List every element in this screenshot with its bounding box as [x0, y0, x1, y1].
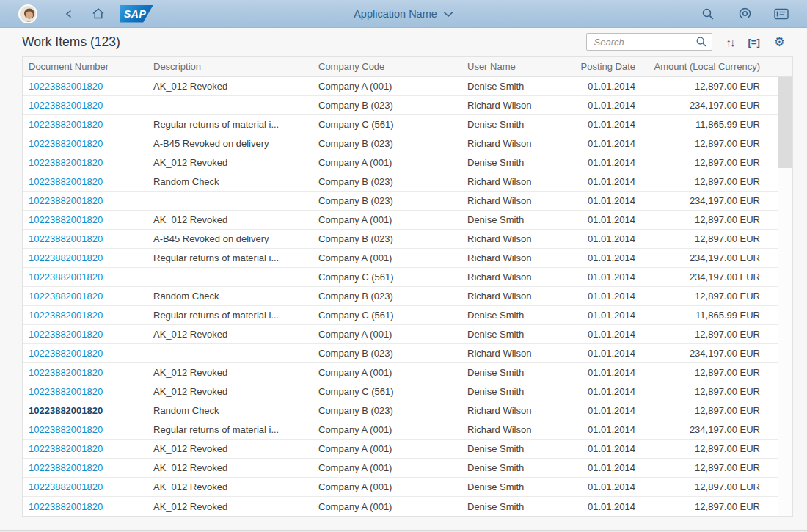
table-row: 10223882001820 Regular returns of materi…	[23, 306, 778, 325]
cell-description: A-B45 Revoked on delivery	[147, 233, 313, 244]
cell-company-code: Company A (001)	[313, 252, 461, 263]
app-title-menu[interactable]: Application Name	[354, 0, 453, 28]
cell-company-code: Company B (023)	[313, 405, 461, 416]
table-row: 10223882001820 Regular returns of materi…	[23, 249, 778, 268]
cell-user-name: Richard Wilson	[461, 252, 573, 263]
document-number-link[interactable]: 10223882001820	[29, 291, 103, 302]
search-field[interactable]	[586, 33, 712, 51]
document-number-link[interactable]: 10223882001820	[29, 329, 103, 340]
cell-description: AK_012 Revoked	[147, 462, 313, 473]
cell-user-name: Denise Smith	[461, 81, 573, 92]
back-button[interactable]	[58, 3, 80, 25]
cell-document-number: 10223882001820	[23, 214, 147, 225]
home-button[interactable]	[87, 3, 109, 25]
table-row: 10223882001820 AK_012 Revoked Company C …	[23, 382, 778, 401]
document-number-link[interactable]: 10223882001820	[29, 138, 103, 149]
document-number-link[interactable]: 10223882001820	[29, 233, 103, 244]
document-number-link[interactable]: 10223882001820	[29, 424, 103, 435]
document-number-link[interactable]: 10223882001820	[29, 310, 103, 321]
cell-amount: 234,197.00 EUR	[638, 272, 778, 283]
table-row: 10223882001820 AK_012 Revoked Company A …	[23, 153, 778, 172]
document-number-link[interactable]: 10223882001820	[29, 443, 103, 454]
table-body: 10223882001820 AK_012 Revoked Company A …	[23, 77, 778, 516]
cell-document-number: 10223882001820	[23, 424, 147, 435]
cell-company-code: Company A (001)	[313, 501, 461, 512]
cell-document-number: 10223882001820	[23, 386, 147, 397]
sap-logo-text: SAP	[124, 8, 146, 20]
cell-posting-date: 01.01.2014	[573, 157, 638, 168]
search-icon	[701, 7, 715, 21]
document-number-link[interactable]: 10223882001820	[29, 367, 103, 378]
document-number-link[interactable]: 10223882001820	[29, 405, 103, 416]
table-row: 10223882001820 AK_012 Revoked Company A …	[23, 459, 778, 478]
cell-document-number: 10223882001820	[23, 100, 147, 111]
user-avatar[interactable]	[18, 4, 37, 23]
cell-company-code: Company A (001)	[313, 462, 461, 473]
cell-posting-date: 01.01.2014	[573, 176, 638, 187]
settings-button[interactable]: ⚙	[774, 36, 785, 48]
column-header-posting-date: Posting Date	[573, 61, 638, 72]
cell-document-number: 10223882001820	[23, 195, 147, 206]
cell-description: A-B45 Revoked on delivery	[147, 138, 313, 149]
search-input[interactable]	[593, 36, 695, 48]
copilot-button[interactable]	[734, 3, 756, 25]
document-number-link[interactable]: 10223882001820	[29, 81, 103, 92]
cell-description: Random Check	[147, 405, 313, 416]
document-number-link[interactable]: 10223882001820	[29, 157, 103, 168]
cell-amount: 11,865.99 EUR	[638, 119, 778, 130]
document-number-link[interactable]: 10223882001820	[29, 386, 103, 397]
list-toolbar: Work Items (123) ↑↓ [=] ⚙	[0, 28, 807, 56]
notification-list-icon	[774, 8, 789, 20]
cell-user-name: Denise Smith	[461, 214, 573, 225]
sort-button[interactable]: ↑↓	[726, 36, 734, 48]
document-number-link[interactable]: 10223882001820	[29, 100, 103, 111]
cell-amount: 12,897.00 EUR	[638, 233, 778, 244]
cell-user-name: Denise Smith	[461, 386, 573, 397]
cell-user-name: Denise Smith	[461, 367, 573, 378]
cell-user-name: Denise Smith	[461, 310, 573, 321]
document-number-link[interactable]: 10223882001820	[29, 195, 103, 206]
cell-company-code: Company A (001)	[313, 443, 461, 454]
table-row: 10223882001820 AK_012 Revoked Company A …	[23, 211, 778, 230]
document-number-link[interactable]: 10223882001820	[29, 176, 103, 187]
cell-company-code: Company A (001)	[313, 214, 461, 225]
filter-button[interactable]: [=]	[748, 37, 760, 48]
document-number-link[interactable]: 10223882001820	[29, 348, 103, 359]
cell-user-name: Denise Smith	[461, 157, 573, 168]
cell-description: AK_012 Revoked	[147, 329, 313, 340]
column-header-user-name: User Name	[461, 61, 573, 72]
document-number-link[interactable]: 10223882001820	[29, 214, 103, 225]
cell-user-name: Richard Wilson	[461, 233, 573, 244]
cell-posting-date: 01.01.2014	[573, 233, 638, 244]
chevron-down-icon	[443, 11, 453, 18]
vertical-scrollbar[interactable]	[778, 57, 792, 516]
notifications-button[interactable]	[770, 3, 792, 25]
cell-description: AK_012 Revoked	[147, 367, 313, 378]
cell-description: Regular returns of material i...	[147, 252, 313, 263]
document-number-link[interactable]: 10223882001820	[29, 272, 103, 283]
cell-document-number: 10223882001820	[23, 348, 147, 359]
document-number-link[interactable]: 10223882001820	[29, 501, 103, 512]
table-row: 10223882001820 Random Check Company B (0…	[23, 287, 778, 306]
document-number-link[interactable]: 10223882001820	[29, 252, 103, 263]
cell-document-number: 10223882001820	[23, 157, 147, 168]
cell-posting-date: 01.01.2014	[573, 310, 638, 321]
cell-company-code: Company C (561)	[313, 272, 461, 283]
cell-description: Regular returns of material i...	[147, 310, 313, 321]
cell-document-number: 10223882001820	[23, 367, 147, 378]
shell-search-button[interactable]	[697, 3, 719, 25]
cell-user-name: Denise Smith	[461, 119, 573, 130]
sap-logo: SAP	[120, 5, 153, 23]
cell-user-name: Richard Wilson	[461, 405, 573, 416]
scrollbar-thumb[interactable]	[778, 77, 792, 168]
scrollbar-track[interactable]	[778, 77, 792, 516]
cell-company-code: Company A (001)	[313, 329, 461, 340]
app-title: Application Name	[354, 8, 437, 20]
document-number-link[interactable]: 10223882001820	[29, 119, 103, 130]
cell-amount: 12,897.00 EUR	[638, 501, 778, 512]
cell-document-number: 10223882001820	[23, 462, 147, 473]
document-number-link[interactable]: 10223882001820	[29, 462, 103, 473]
cell-amount: 234,197.00 EUR	[638, 100, 778, 111]
search-icon[interactable]	[695, 36, 707, 48]
document-number-link[interactable]: 10223882001820	[29, 481, 103, 492]
